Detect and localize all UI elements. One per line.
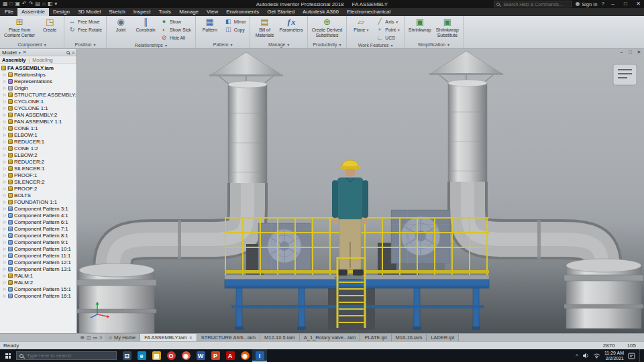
expand-arrow-icon[interactable]: ▷ xyxy=(3,119,7,123)
tree-item[interactable]: ▷ Relationships xyxy=(0,71,76,78)
appearance-icon[interactable]: ◧ xyxy=(48,0,53,8)
task-view-icon[interactable]: ⊡ xyxy=(119,349,134,362)
document-tab[interactable]: ⌂ M16-16.iam ✕ xyxy=(392,334,427,341)
joint-button[interactable]: ◉ Joint xyxy=(109,17,132,33)
document-tab[interactable]: ⌂ A_1_Rotary valve...iam ✕ xyxy=(300,334,361,341)
tree-item[interactable]: ▷ Representations xyxy=(0,78,76,84)
mirror-button[interactable]: ◧ Mirror xyxy=(223,17,248,25)
tree-item[interactable]: ▷ Component Pattern 9:1 xyxy=(0,239,76,245)
ribbon-tab[interactable]: Get Started xyxy=(263,8,299,16)
ribbon-tab[interactable]: Assemble xyxy=(17,8,49,16)
browser-tab-modeling[interactable]: Modeling xyxy=(32,57,52,63)
ribbon-tab[interactable]: View xyxy=(203,8,222,16)
taskbar-search-input[interactable] xyxy=(25,352,113,359)
expand-arrow-icon[interactable]: ▷ xyxy=(3,233,7,237)
panel-label-relationships[interactable]: Relationships ▾ xyxy=(107,42,195,48)
axis-button[interactable]: ╱ Axis ▾ xyxy=(374,17,401,25)
new-file-icon[interactable]: □ xyxy=(10,0,13,8)
browser-tab-assembly[interactable]: Assembly xyxy=(2,57,25,63)
point-button[interactable]: + Point ▾ xyxy=(374,25,401,34)
expand-arrow-icon[interactable]: ▷ xyxy=(3,287,7,291)
file-explorer-icon[interactable]: ▤ xyxy=(149,349,164,362)
expand-arrow-icon[interactable]: ▷ xyxy=(3,294,7,298)
tree-item[interactable]: ▷ Origin xyxy=(0,84,76,91)
panel-label-position[interactable]: Position ▾ xyxy=(64,41,106,48)
show-sick-button[interactable]: ◐ Show Sick xyxy=(159,25,193,34)
panel-label-manage[interactable]: Manage ▾ xyxy=(250,41,307,48)
expand-arrow-icon[interactable]: ▷ xyxy=(3,160,7,164)
opera-icon[interactable]: O xyxy=(164,349,178,362)
start-button[interactable] xyxy=(0,349,16,362)
undo-icon[interactable]: ↶ xyxy=(22,0,27,8)
tree-item[interactable]: ▷ BOLTS xyxy=(0,192,76,198)
tree-item[interactable]: ▷ REDUCER:1 xyxy=(0,138,76,145)
pattern-button[interactable]: ▦ Pattern xyxy=(199,17,221,33)
tree-item[interactable]: ▷ REDUCER:2 xyxy=(0,158,76,165)
tree-item[interactable]: ▷ PROOF:1 xyxy=(0,172,76,178)
panel-label-component[interactable]: Component ▾ xyxy=(0,41,64,48)
expand-arrow-icon[interactable]: ▷ xyxy=(3,227,7,231)
browser-menu-icon[interactable]: ≡ xyxy=(72,50,74,55)
volume-icon[interactable] xyxy=(582,353,589,359)
expand-arrow-icon[interactable]: ▷ xyxy=(3,99,7,103)
assembly-3d-scene[interactable] xyxy=(77,49,644,333)
expand-arrow-icon[interactable]: ▷ xyxy=(3,186,7,190)
navigation-panel[interactable] xyxy=(613,64,637,85)
ribbon-tab[interactable]: File xyxy=(1,8,17,16)
tree-item[interactable]: ▷ Component Pattern 12:1 xyxy=(0,259,76,265)
inventor-icon[interactable]: I xyxy=(252,349,267,362)
expand-arrow-icon[interactable]: ▷ xyxy=(3,260,7,264)
close-button[interactable]: ✕ xyxy=(634,0,643,8)
doc-minimize-button[interactable]: – xyxy=(618,49,625,55)
expand-arrow-icon[interactable]: ▷ xyxy=(3,173,7,177)
tree-item[interactable]: ▷ FOUNDATION 1:1 xyxy=(0,198,76,205)
tree-item[interactable]: ▷ ELBOW:1 xyxy=(0,131,76,138)
expand-arrow-icon[interactable]: ▷ xyxy=(3,240,7,244)
ribbon-tab[interactable]: Autodesk A360 xyxy=(299,8,343,16)
browser-close-icon[interactable]: ✕ xyxy=(23,50,27,55)
expand-arrow-icon[interactable]: ▷ xyxy=(3,247,7,251)
word-icon[interactable]: W xyxy=(193,349,208,362)
tree-item[interactable]: ▷ FAN ASSEMBLY 1:1 xyxy=(0,118,76,125)
action-center-icon[interactable] xyxy=(628,353,635,359)
save-icon[interactable]: ▣ xyxy=(15,0,20,8)
tree-item[interactable]: ▷ CYCLONE:1 xyxy=(0,98,76,105)
taskbar-clock[interactable]: 11:29 AM 2/2/2021 xyxy=(604,351,624,361)
help-search-box[interactable] xyxy=(494,1,572,7)
parameters-button[interactable]: ƒx Parameters xyxy=(278,17,304,33)
chrome-icon[interactable]: ◉ xyxy=(178,349,193,362)
tree-item[interactable]: ▷ RALM:1 xyxy=(0,272,76,279)
shrinkwrap-substitute-button[interactable]: ▣ Shrinkwrap Substitute xyxy=(435,17,460,38)
panel-label-pattern[interactable]: Pattern ▾ xyxy=(196,41,250,48)
shrinkwrap-button[interactable]: ▣ Shrinkwrap xyxy=(407,17,433,33)
graphics-viewport[interactable]: – □ ✕ xyxy=(77,49,644,333)
show-desktop-button[interactable] xyxy=(639,349,642,362)
expand-arrow-icon[interactable]: ▷ xyxy=(3,153,7,157)
tree-item[interactable]: ▷ Component Pattern 7:1 xyxy=(0,225,76,232)
constrain-button[interactable]: ∥ Constrain xyxy=(134,17,157,33)
expand-arrow-icon[interactable]: ▷ xyxy=(3,139,7,143)
tree-item[interactable]: ▷ Component Pattern 16:1 xyxy=(0,292,76,299)
tab-close-icon[interactable]: ✕ xyxy=(189,335,193,340)
panel-label-productivity[interactable]: Productivity ▾ xyxy=(308,41,347,48)
tree-item[interactable]: ▷ FA ASSEMBLY.iam xyxy=(0,64,76,71)
tree-item[interactable]: ▷ RALM:2 xyxy=(0,279,76,286)
document-tab[interactable]: ⌂ PLATE.ipt ✕ xyxy=(360,334,391,341)
tree-item[interactable]: ▷ Component Pattern 8:1 xyxy=(0,232,76,239)
help-search-input[interactable] xyxy=(502,1,569,7)
plane-button[interactable]: ▱ Plane▾ xyxy=(350,17,372,33)
document-tab[interactable]: ⌂ STRUCTURE ASS...iam ✕ xyxy=(197,334,260,341)
new-tab-icon[interactable]: ⊞ xyxy=(80,335,85,341)
ribbon-tab[interactable]: Sketch xyxy=(105,8,129,16)
create-derived-substitutes-button[interactable]: ⊕ Create Derived Substitutes xyxy=(311,17,344,38)
expand-arrow-icon[interactable]: ▷ xyxy=(3,213,7,217)
tree-item[interactable]: ▷ Component Pattern 10:1 xyxy=(0,245,76,252)
panel-label-simplification[interactable]: Simplification ▾ xyxy=(405,41,463,48)
tray-expand-icon[interactable]: ^ xyxy=(576,353,578,359)
sign-in-button[interactable]: Sign In xyxy=(576,1,597,7)
expand-arrow-icon[interactable]: ▷ xyxy=(3,86,7,90)
browser-search-icon[interactable] xyxy=(66,51,70,54)
expand-arrow-icon[interactable]: ▷ xyxy=(3,267,7,271)
ribbon-tab[interactable]: Design xyxy=(49,8,74,16)
expand-arrow-icon[interactable]: ▷ xyxy=(3,193,7,197)
